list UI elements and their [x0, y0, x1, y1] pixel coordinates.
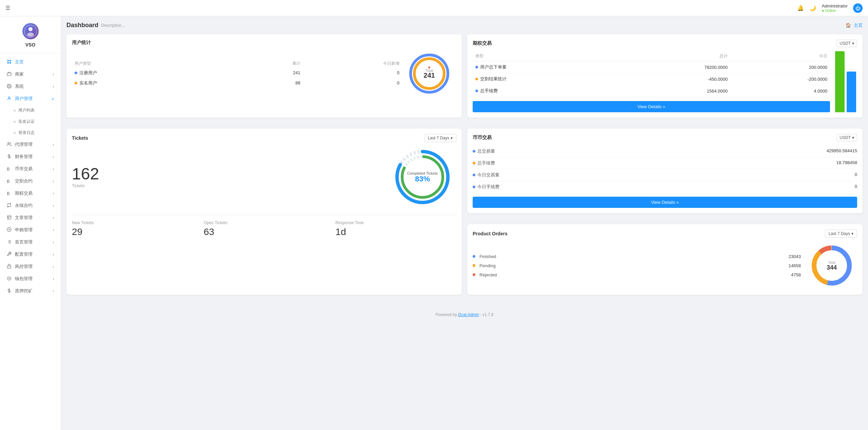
open-tickets-label: Open Tickets — [204, 220, 325, 225]
home-nav-icon — [7, 59, 12, 65]
coin-trade-icon: B — [7, 167, 12, 172]
finished-label: Finished — [473, 254, 496, 259]
sidebar-item-system[interactable]: 系统 › — [0, 80, 61, 93]
tickets-count-label: Tickets — [72, 183, 383, 188]
user-type-verified: 实名用户 — [72, 78, 204, 88]
svg-point-2 — [27, 33, 34, 37]
user-list-label: 用户列表 — [18, 108, 35, 113]
sidebar-item-homepage[interactable]: 首页管理 › — [0, 236, 61, 248]
sidebar-item-futures[interactable]: B 期权交易 › — [0, 187, 61, 199]
list-item: Pending 14658 — [473, 261, 801, 270]
futures-row-fee: 总手续费 — [473, 85, 617, 97]
topbar-right: 🔔 🌙 Administrator ● Online ⏻ — [797, 3, 863, 13]
tickets-period-dropdown[interactable]: Last 7 Days ▾ — [424, 134, 456, 142]
perpetual-icon — [7, 203, 12, 209]
home-link-icon: 🏠 — [846, 23, 851, 28]
homepage-nav-label: 首页管理 — [15, 239, 33, 245]
coin-trade-currency-select[interactable]: USDT ▾ — [836, 134, 857, 141]
tickets-main-content: 162 Tickets — [72, 145, 456, 209]
theme-icon[interactable]: 🌙 — [809, 5, 816, 11]
homepage-arrow-icon: › — [53, 240, 54, 244]
wallet-arrow-icon: › — [53, 277, 54, 281]
user-mgmt-icon — [7, 96, 12, 102]
sidebar-item-finance[interactable]: 财务管理 › — [0, 151, 61, 163]
main-content: Dashboard Description... 🏠 主页 用户统计 — [61, 16, 868, 430]
svg-point-25 — [7, 276, 11, 280]
apply-nav-label: 申购管理 — [15, 227, 33, 233]
logo-text: VSO — [25, 42, 36, 47]
sidebar-item-user-mgmt[interactable]: 用户管理 ∨ — [0, 93, 61, 105]
svg-rect-5 — [7, 62, 9, 63]
sidebar-item-agent[interactable]: 代理管理 › — [0, 138, 61, 151]
futures-view-details-button[interactable]: View Details » — [473, 101, 830, 112]
futures-fee-total: 1564.0000 — [617, 85, 730, 97]
sidebar-item-coin-trade[interactable]: B 币市交易 › — [0, 163, 61, 175]
verified-total: 88 — [204, 78, 303, 88]
agent-arrow-icon: › — [53, 143, 54, 146]
sidebar-item-merchant[interactable]: 商家 › — [0, 68, 61, 80]
coin-row-2-dot — [473, 162, 475, 164]
futures-title: 期权交易 — [473, 40, 492, 46]
svg-point-10 — [8, 142, 9, 144]
sidebar-item-apply[interactable]: 申购管理 › — [0, 224, 61, 236]
footer-dcat-link[interactable]: Dcat Admin — [458, 312, 479, 317]
right-section: 币币交易 USDT ▾ 总交易量 429950.584415 — [467, 129, 863, 300]
sidebar-item-wallet[interactable]: 钱包管理 › — [0, 273, 61, 285]
sidebar-item-article[interactable]: 文章管理 › — [0, 212, 61, 224]
home-breadcrumb[interactable]: 🏠 主页 — [846, 22, 863, 28]
response-time-value: 1d — [335, 227, 456, 237]
coin-row-4-value: 0 — [855, 184, 857, 190]
svg-rect-24 — [7, 266, 11, 268]
futures-col-type: 类型 — [473, 51, 617, 61]
orders-dot — [475, 66, 478, 69]
sidebar-item-contract[interactable]: B 交割合约 › — [0, 175, 61, 187]
sidebar-item-home[interactable]: 主页 — [0, 56, 61, 68]
coin-row-2-value: 18.798458 — [836, 160, 857, 166]
svg-rect-7 — [7, 73, 11, 76]
futures-content: 类型 总计 今日 用户总下单量 78200.00 — [473, 51, 857, 112]
response-time-label: Response Time — [335, 220, 456, 225]
table-row: 用户总下单量 78200.0000 200.0000 — [473, 61, 830, 73]
finance-arrow-icon: › — [53, 155, 54, 159]
coin-trade-view-details-button[interactable]: View Details » — [473, 197, 857, 208]
registered-total: 241 — [204, 68, 303, 78]
sidebar-item-perpetual[interactable]: 永续合约 › — [0, 199, 61, 212]
futures-select-arrow: ▾ — [852, 41, 854, 46]
logo-circle — [22, 23, 39, 39]
sidebar-item-risk[interactable]: 风控管理 › — [0, 260, 61, 273]
product-orders-card: Product Orders Last 7 Days ▾ Finished — [467, 224, 863, 295]
user-mgmt-nav-label: 用户管理 — [15, 96, 33, 102]
contract-icon: B — [7, 179, 12, 184]
futures-col-total: 总计 — [617, 51, 730, 61]
sidebar-item-config[interactable]: 配置管理 › — [0, 248, 61, 260]
table-row: 交割结果统计 -450.0000 -200.0000 — [473, 73, 830, 85]
system-nav-label: 系统 — [15, 83, 24, 90]
futures-card: 期权交易 USDT ▾ 类型 — [467, 34, 863, 118]
list-item: 总交易量 429950.584415 — [473, 145, 857, 157]
futures-result-total: -450.0000 — [617, 73, 730, 85]
finished-value: 23043 — [789, 254, 801, 259]
apply-arrow-icon: › — [53, 228, 54, 232]
product-orders-period-dropdown[interactable]: Last 7 Days ▾ — [825, 230, 857, 238]
menu-icon[interactable]: ☰ — [5, 5, 10, 11]
col-header-today: 今日新增 — [303, 59, 402, 68]
futures-controls: USDT ▾ — [836, 40, 857, 47]
notification-icon[interactable]: 🔔 — [797, 5, 804, 11]
sidebar-subitem-user-list[interactable]: 用户列表 — [0, 105, 61, 116]
col-header-total: 累计 — [204, 59, 303, 68]
user-donut-svg: Total 241 — [406, 50, 453, 97]
sidebar-item-mining[interactable]: 质押挖矿 › — [0, 285, 61, 297]
product-orders-title: Product Orders — [473, 231, 508, 236]
tickets-header: Tickets Last 7 Days ▾ — [72, 134, 456, 142]
futures-currency-select[interactable]: USDT ▾ — [836, 40, 857, 47]
tickets-stats-row: New Tickets 29 Open Tickets 63 Response … — [72, 215, 456, 237]
merchant-arrow-icon: › — [53, 73, 54, 76]
futures-arrow-icon: › — [53, 192, 54, 195]
mining-arrow-icon: › — [53, 289, 54, 293]
power-button[interactable]: ⏻ — [853, 3, 863, 13]
config-nav-label: 配置管理 — [15, 251, 33, 257]
sidebar-subitem-real-name[interactable]: 实名认证 — [0, 116, 61, 127]
real-name-dot — [14, 121, 16, 123]
sidebar-subitem-login-log[interactable]: 登录日志 — [0, 127, 61, 138]
futures-fee-today: 4.0000 — [730, 85, 830, 97]
